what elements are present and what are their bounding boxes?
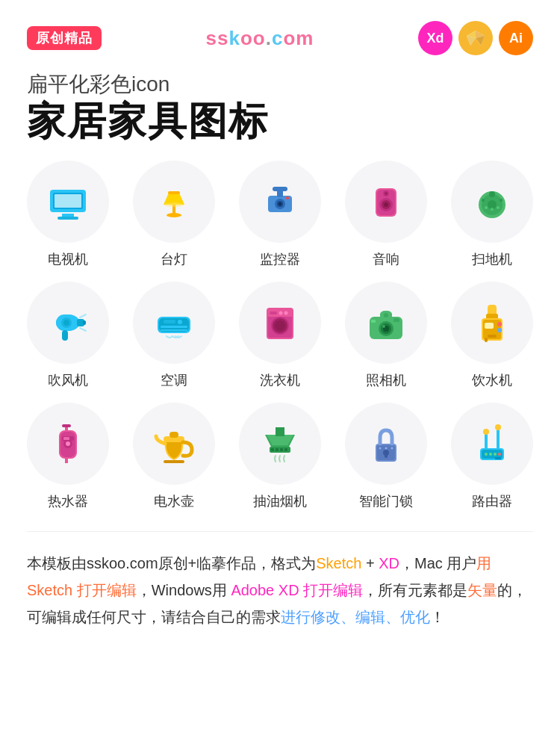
icon-item-speaker: 音响 bbox=[333, 161, 439, 268]
svg-line-46 bbox=[80, 314, 86, 317]
icon-circle-lamp bbox=[133, 161, 215, 243]
svg-rect-95 bbox=[276, 448, 279, 451]
ai-badge: Ai bbox=[499, 21, 533, 55]
svg-point-61 bbox=[279, 311, 283, 315]
svg-rect-78 bbox=[488, 335, 497, 338]
label-washer: 洗衣机 bbox=[260, 371, 300, 389]
icon-item-tv: 电视机 bbox=[15, 161, 121, 268]
svg-point-76 bbox=[497, 322, 502, 326]
icon-item-washer: 洗衣机 bbox=[227, 282, 333, 389]
label-tv: 电视机 bbox=[48, 250, 88, 268]
svg-rect-10 bbox=[55, 194, 81, 208]
icon-circle-speaker bbox=[345, 161, 427, 243]
svg-rect-43 bbox=[62, 330, 68, 341]
label-photo: 照相机 bbox=[366, 371, 406, 389]
icon-item-heater: 热水器 bbox=[15, 403, 121, 510]
sketch-badge bbox=[458, 21, 493, 55]
icon-circle-heater bbox=[27, 403, 109, 485]
desc-text2: + bbox=[361, 555, 379, 571]
desc-text4: ，Windows用 bbox=[137, 582, 231, 598]
desc-sketch: Sketch bbox=[316, 555, 361, 571]
icon-circle-tv bbox=[27, 161, 109, 243]
xd-badge: Xd bbox=[418, 21, 452, 55]
desc-xd: XD bbox=[379, 555, 399, 571]
svg-rect-92 bbox=[276, 427, 284, 436]
icon-item-router: 路由器 bbox=[439, 403, 545, 510]
svg-point-34 bbox=[482, 199, 485, 202]
icon-item-lock: 智能门锁 bbox=[333, 403, 439, 510]
svg-point-58 bbox=[275, 320, 285, 331]
icon-item-kettle: 电水壶 bbox=[121, 403, 227, 510]
svg-point-103 bbox=[385, 447, 388, 450]
svg-point-15 bbox=[164, 202, 184, 207]
description: 本模板由sskoo.com原创+临摹作品，格式为Sketch + XD，Mac … bbox=[27, 531, 533, 630]
icon-circle-kettle bbox=[133, 403, 215, 485]
svg-point-52 bbox=[178, 320, 182, 324]
svg-rect-62 bbox=[270, 311, 277, 314]
icon-item-camera: 监控器 bbox=[227, 161, 333, 268]
svg-rect-79 bbox=[485, 338, 488, 342]
svg-rect-83 bbox=[62, 424, 71, 427]
svg-point-102 bbox=[379, 447, 382, 450]
icon-item-cleaner: 扫地机 bbox=[439, 161, 545, 268]
tools-row: Xd Ai bbox=[418, 21, 533, 55]
svg-point-112 bbox=[489, 453, 492, 456]
label-lamp: 台灯 bbox=[161, 250, 187, 268]
svg-rect-90 bbox=[169, 432, 178, 438]
label-dryer: 吹风机 bbox=[48, 371, 88, 389]
icon-circle-water bbox=[451, 282, 533, 364]
svg-point-37 bbox=[491, 208, 494, 211]
icon-item-hood: 抽油烟机 bbox=[227, 403, 333, 510]
desc-text1: 本模板由sskoo.com原创+临摹作品，格式为 bbox=[27, 555, 316, 571]
svg-point-27 bbox=[384, 202, 388, 207]
svg-point-86 bbox=[66, 441, 70, 446]
svg-rect-84 bbox=[65, 457, 68, 463]
desc-text3: ，Mac 用户 bbox=[399, 555, 476, 571]
svg-rect-94 bbox=[271, 448, 274, 451]
icon-item-photo: 照相机 bbox=[333, 282, 439, 389]
svg-point-110 bbox=[495, 424, 501, 430]
svg-point-33 bbox=[489, 191, 495, 197]
icon-circle-cleaner bbox=[451, 161, 533, 243]
label-kettle: 电水壶 bbox=[154, 492, 194, 510]
svg-rect-50 bbox=[161, 326, 187, 328]
label-heater: 热水器 bbox=[48, 492, 88, 510]
svg-rect-101 bbox=[385, 454, 388, 458]
logo: sskoo.com bbox=[206, 27, 314, 50]
main-title: 家居家具图标 bbox=[27, 100, 533, 143]
svg-point-111 bbox=[485, 453, 488, 456]
svg-rect-107 bbox=[485, 433, 488, 450]
svg-rect-68 bbox=[371, 320, 376, 323]
label-speaker: 音响 bbox=[373, 250, 399, 268]
svg-point-104 bbox=[391, 447, 393, 450]
label-lock: 智能门锁 bbox=[359, 492, 413, 510]
icon-circle-dryer bbox=[27, 282, 109, 364]
subtitle: 扁平化彩色icon bbox=[27, 70, 533, 99]
svg-point-113 bbox=[494, 453, 497, 456]
label-router: 路由器 bbox=[472, 492, 512, 510]
label-water: 饮水机 bbox=[472, 371, 512, 389]
icon-circle-camera bbox=[239, 161, 321, 243]
desc-adobe: Adobe XD 打开编辑 bbox=[231, 582, 363, 598]
svg-point-114 bbox=[498, 453, 501, 456]
icon-circle-lock bbox=[345, 403, 427, 485]
svg-rect-51 bbox=[161, 329, 187, 331]
label-ac: 空调 bbox=[161, 371, 187, 389]
icon-circle-ac bbox=[133, 282, 215, 364]
svg-rect-91 bbox=[164, 460, 184, 463]
desc-text5: ，所有元素都是 bbox=[363, 582, 467, 598]
icon-item-ac: 空调 bbox=[121, 282, 227, 389]
svg-point-14 bbox=[167, 213, 181, 217]
label-cleaner: 扫地机 bbox=[472, 250, 512, 268]
svg-rect-96 bbox=[280, 448, 283, 451]
svg-point-22 bbox=[286, 196, 289, 199]
label-hood: 抽油烟机 bbox=[253, 492, 307, 510]
svg-rect-12 bbox=[168, 191, 180, 194]
svg-line-47 bbox=[80, 328, 86, 331]
svg-rect-75 bbox=[485, 323, 494, 329]
icon-circle-photo bbox=[345, 282, 427, 364]
icon-circle-hood bbox=[239, 403, 321, 485]
svg-point-70 bbox=[384, 313, 388, 317]
badge-yuanchuang: 原创精品 bbox=[27, 26, 102, 50]
svg-rect-53 bbox=[164, 320, 175, 323]
